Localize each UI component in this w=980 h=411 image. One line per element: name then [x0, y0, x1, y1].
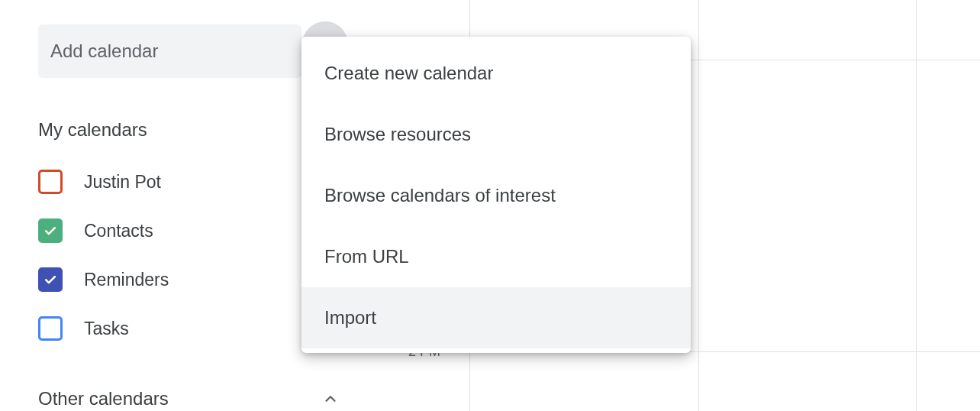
menu-item-label: Browse calendars of interest — [324, 185, 556, 206]
menu-item-from-url[interactable]: From URL — [301, 226, 691, 287]
calendar-label: Justin Pot — [84, 172, 161, 193]
menu-item-label: Create new calendar — [324, 63, 493, 84]
add-calendar-menu: Create new calendar Browse resources Bro… — [301, 37, 691, 353]
menu-item-browse-resources[interactable]: Browse resources — [301, 104, 691, 165]
grid-vline — [698, 0, 699, 411]
check-icon — [43, 272, 58, 287]
chevron-up-icon[interactable] — [321, 390, 340, 408]
section-title: Other calendars — [38, 388, 169, 409]
left-sidebar: Add calendar My calendars Justin Pot Con… — [0, 0, 351, 411]
section-title: My calendars — [38, 119, 147, 141]
grid-vline — [916, 0, 917, 411]
check-icon — [43, 223, 58, 238]
add-calendar-input[interactable]: Add calendar — [38, 24, 301, 78]
other-calendars-header[interactable]: Other calendars — [38, 383, 340, 411]
menu-item-import[interactable]: Import — [301, 287, 691, 348]
calendar-label: Contacts — [84, 221, 153, 241]
calendar-label: Tasks — [84, 319, 129, 339]
calendar-checkbox[interactable] — [38, 316, 63, 341]
menu-item-label: Browse resources — [324, 124, 471, 145]
calendar-label: Reminders — [84, 270, 169, 290]
calendar-checkbox[interactable] — [38, 218, 63, 243]
menu-item-create-new-calendar[interactable]: Create new calendar — [301, 43, 691, 104]
add-calendar-placeholder: Add calendar — [50, 40, 158, 62]
menu-item-browse-calendars-of-interest[interactable]: Browse calendars of interest — [301, 165, 691, 226]
menu-item-label: Import — [324, 307, 376, 328]
menu-item-label: From URL — [324, 246, 409, 267]
my-calendars-header[interactable]: My calendars — [38, 115, 340, 145]
calendar-checkbox[interactable] — [38, 170, 63, 194]
calendar-checkbox[interactable] — [38, 267, 63, 292]
